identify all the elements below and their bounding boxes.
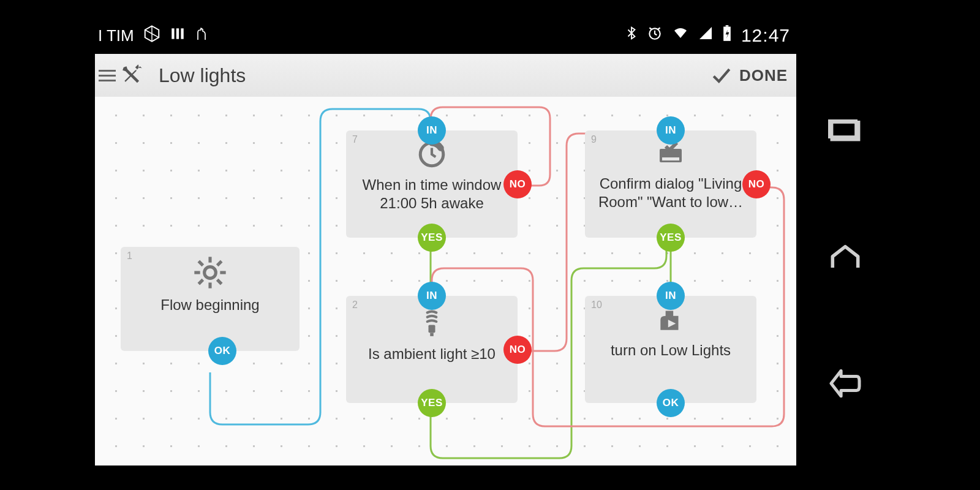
- done-button[interactable]: DONE: [711, 65, 788, 86]
- lightbulb-cfl-icon: [346, 304, 518, 341]
- svg-rect-3: [172, 28, 174, 39]
- node-number: 7: [352, 134, 358, 145]
- gear-icon: [121, 255, 300, 292]
- svg-rect-5: [181, 28, 183, 39]
- svg-line-16: [198, 280, 203, 284]
- node-label: When in time window 21:00 5h awake: [346, 176, 518, 221]
- notification-bars-icon: [170, 26, 186, 46]
- home-button[interactable]: [827, 244, 864, 274]
- system-nav-bar: [812, 54, 879, 466]
- hamburger-icon[interactable]: [99, 70, 116, 81]
- port-yes[interactable]: YES: [418, 224, 446, 252]
- node-label: Confirm dialog "Living Room" "Want to lo…: [585, 175, 756, 220]
- svg-line-14: [198, 261, 203, 265]
- node-label: Flow beginning: [121, 296, 300, 323]
- tools-icon[interactable]: [121, 62, 144, 88]
- done-label: DONE: [739, 66, 788, 85]
- flow-node-9[interactable]: 9 Confirm dialog "Living Room" "Want to …: [585, 130, 756, 238]
- port-in[interactable]: IN: [418, 116, 446, 145]
- port-in[interactable]: IN: [657, 282, 685, 310]
- svg-line-17: [217, 261, 222, 265]
- node-label: turn on Low Lights: [585, 341, 756, 368]
- flow-canvas[interactable]: 1 Flow beginning OK 7 When in time windo…: [95, 97, 796, 466]
- flow-node-10[interactable]: 10 turn on Low Lights IN OK: [585, 296, 756, 403]
- port-yes[interactable]: YES: [418, 389, 446, 417]
- port-in[interactable]: IN: [418, 282, 446, 310]
- port-ok[interactable]: OK: [208, 337, 236, 365]
- battery-charging-icon: [722, 24, 733, 46]
- bluetooth-icon: [625, 25, 638, 45]
- clock-label: 12:47: [741, 25, 790, 46]
- port-in[interactable]: IN: [657, 116, 685, 145]
- flow-node-1[interactable]: 1 Flow beginning OK: [121, 247, 300, 351]
- cell-signal-icon: [698, 26, 713, 45]
- device-landscape: I TIM: [95, 24, 885, 466]
- port-no[interactable]: NO: [742, 170, 771, 198]
- notification-cube-icon: [143, 24, 161, 47]
- svg-rect-8: [726, 25, 729, 26]
- node-number: 2: [352, 300, 358, 311]
- back-button[interactable]: [827, 369, 864, 400]
- recent-apps-button[interactable]: [828, 119, 862, 149]
- wifi-icon: [671, 26, 690, 45]
- status-bar: I TIM: [95, 24, 796, 49]
- port-no[interactable]: NO: [503, 170, 532, 198]
- notification-llama-icon: [194, 25, 209, 47]
- page-title: Low lights: [159, 64, 246, 87]
- flow-node-2[interactable]: 2 Is ambient light ≥10 IN NO YES: [346, 296, 518, 403]
- node-number: 9: [591, 134, 597, 145]
- port-ok[interactable]: OK: [657, 389, 685, 417]
- svg-point-9: [205, 267, 216, 279]
- carrier-label: I TIM: [98, 26, 134, 45]
- node-number: 10: [591, 300, 602, 311]
- app-screen: Low lights DONE: [95, 54, 796, 466]
- node-label: Is ambient light ≥10: [346, 345, 518, 372]
- flow-node-7[interactable]: 7 When in time window 21:00 5h awake IN …: [346, 130, 518, 238]
- svg-rect-20: [430, 333, 434, 336]
- svg-rect-4: [176, 28, 179, 39]
- node-number: 1: [127, 251, 132, 262]
- port-yes[interactable]: YES: [657, 224, 685, 252]
- alarm-icon: [647, 25, 663, 45]
- svg-rect-22: [662, 157, 679, 160]
- svg-rect-19: [429, 325, 435, 333]
- svg-line-15: [217, 280, 222, 284]
- action-bar: Low lights DONE: [95, 54, 796, 97]
- port-no[interactable]: NO: [503, 336, 532, 364]
- checkmark-icon: [711, 65, 732, 86]
